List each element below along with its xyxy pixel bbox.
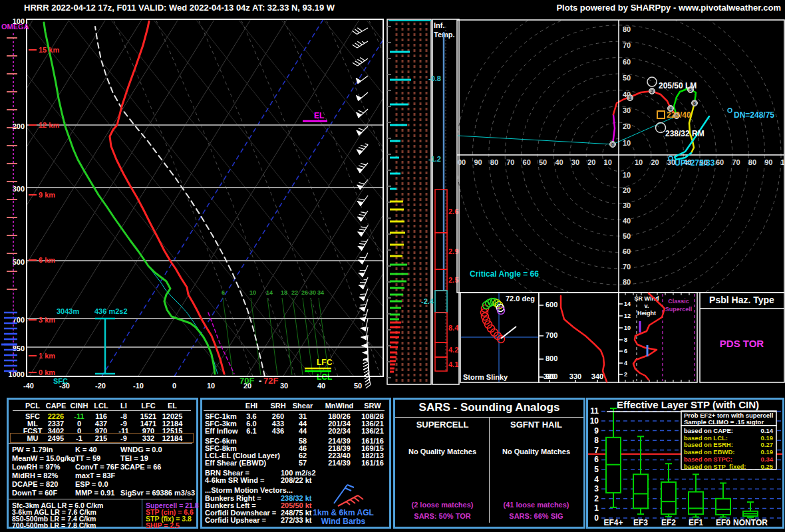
line: [363, 364, 369, 366]
sfc-label: SFC: [53, 377, 68, 385]
kin-cell: 202/34: [321, 427, 358, 435]
wind-barb: [357, 237, 368, 250]
stp-box: [716, 499, 730, 515]
hodo-x-label: 60: [523, 158, 531, 166]
advection-value: 4.1: [448, 360, 458, 368]
stp-legend-value: 0.14: [761, 427, 774, 434]
inf-temp-title: Inf.: [434, 21, 445, 29]
wind-barb: [357, 250, 368, 264]
dry-adiabat: [196, 19, 482, 376]
dry-adiabat: [0, 19, 226, 376]
agl-wind-barbs-icon: [317, 478, 370, 509]
line: [365, 385, 371, 388]
inset-panels: 72.0 degStorm Slinky60070080090032033034…: [460, 293, 784, 382]
hodo-y-label: 60: [623, 247, 631, 255]
hodo-x-label: 50: [539, 158, 547, 166]
stat-value: DCAPE = 820: [12, 480, 58, 488]
height-km-label: 9 km: [39, 191, 55, 199]
advection-box: [435, 313, 447, 342]
temp-axis-label: 50: [354, 382, 362, 390]
wind-barb: [358, 263, 368, 277]
profile-columns: Inf.Temp.-0.8-1.22.62.92.5-2.48.44.24.1: [387, 19, 459, 384]
line: [358, 495, 363, 499]
stp-ytick: 8: [594, 436, 599, 445]
surface-temp-f: 72F: [263, 376, 278, 386]
hodo-y-label: 30: [623, 201, 631, 209]
stat-value: DownT = 60F: [12, 489, 57, 497]
mean-wind-label: 223/40: [667, 110, 691, 120]
thetae-pressure-label: 700: [546, 331, 557, 339]
hodo-y-label: 50: [623, 74, 631, 82]
mixing-ratio-line: [282, 298, 292, 375]
stp-category-label: EF0: [716, 518, 730, 527]
advection-box: [435, 357, 447, 371]
hodo-y-label: 40: [623, 217, 631, 225]
mixing-ratio-label: 14: [266, 289, 273, 296]
stat-value: MidRH = 82%: [12, 471, 58, 479]
stp-category-label: EF4+: [603, 518, 623, 527]
isotherm-highlight: [102, 19, 323, 376]
hodo-y-label: 20: [623, 186, 631, 194]
inf-temp-scale-label: -1.2: [428, 155, 441, 163]
stp-legend-label: based on LCL:: [684, 434, 728, 442]
barb-caption: 1km & 6km AGL: [297, 508, 390, 517]
surface-wetbulb-f: 70F: [239, 376, 254, 386]
hodo-y-label: 60: [623, 58, 631, 66]
temperature-curve: [110, 21, 224, 374]
inf-temp-scale-label: -0.8: [428, 74, 441, 82]
height-km-label: 12 km: [39, 121, 59, 129]
stp-category-label: EF1: [689, 518, 703, 527]
stp-boxplot-chart: 01234567891011EF4+EF3EF2EF1EF0NONTORProb…: [588, 400, 782, 527]
sars-hail-pct: SARS: 66% SIG: [490, 512, 583, 520]
mu-row-box: [10, 433, 194, 443]
stat-value: ConvT = 76F: [75, 463, 119, 471]
line: [363, 361, 369, 364]
stp-category-label: NONTOR: [733, 518, 768, 527]
kin-cell: 44: [284, 427, 321, 435]
height-km-label: 6 km: [39, 256, 55, 264]
stat-value: 3CAPE = 66: [120, 463, 161, 471]
pressure-label: 850: [13, 344, 25, 352]
line: [350, 499, 355, 503]
mixing-ratio-label: 22: [291, 289, 298, 296]
mixing-ratio-label: 34: [317, 289, 324, 296]
dash: -: [259, 376, 261, 386]
stp-title: Effective Layer STP (with CIN): [617, 400, 759, 410]
sars-hail-matches: No Quality Matches: [490, 448, 583, 456]
height-km-label: 15 km: [39, 46, 59, 54]
sharppy-sounding-image: HRRR 2022-04-12 17z, F011 VALID: Wed 202…: [0, 0, 785, 532]
storm-motion-title: ...Storm Motion Vectors...: [205, 486, 293, 494]
hazard-value: PDS TOR: [720, 338, 764, 349]
kinematics-panel: EHISRHShearMnWindSRWSFC-1km3.626031180/2…: [200, 398, 391, 529]
mixing-ratio-label: 30: [309, 289, 316, 296]
hodo-y-label: 20: [623, 122, 631, 130]
temp-axis-label: 40: [317, 382, 325, 390]
stat-value: maxT = 83F: [75, 471, 115, 479]
stp-box: [661, 482, 676, 514]
stp-ytick: 1: [594, 503, 599, 513]
line: [347, 485, 354, 487]
classic-supercell-label: Classic: [668, 298, 689, 305]
classic-supercell-label: Supercell: [665, 306, 693, 313]
line: [354, 497, 359, 501]
stp-ytick: 6: [594, 455, 599, 464]
sars-supercell-loose: (2 loose matches): [396, 501, 489, 509]
stp-box: [633, 474, 648, 508]
wind-barb: [356, 192, 368, 205]
wind-barb: [353, 23, 368, 35]
hodo-x-label: 80: [748, 158, 756, 166]
stp-ytick: 4: [594, 475, 599, 484]
effective-inflow-srh: 436 m2s2: [94, 307, 128, 315]
left-mover-label: 205/50 LM: [659, 81, 697, 90]
stp-box: [689, 492, 703, 515]
dry-adiabat: [25, 19, 311, 376]
hodo-x-label: 80: [490, 158, 498, 166]
temp-axis-label: 10: [207, 382, 215, 390]
thetae-pressure-label: 600: [546, 301, 557, 309]
stp-ytick: 2: [594, 494, 599, 503]
line: [365, 382, 371, 385]
omega-axis-label: OMEGA: [1, 23, 29, 31]
hodo-x-label: 90: [764, 158, 772, 166]
advection-box: [435, 269, 447, 291]
temp-axis-label: 30: [280, 382, 288, 390]
